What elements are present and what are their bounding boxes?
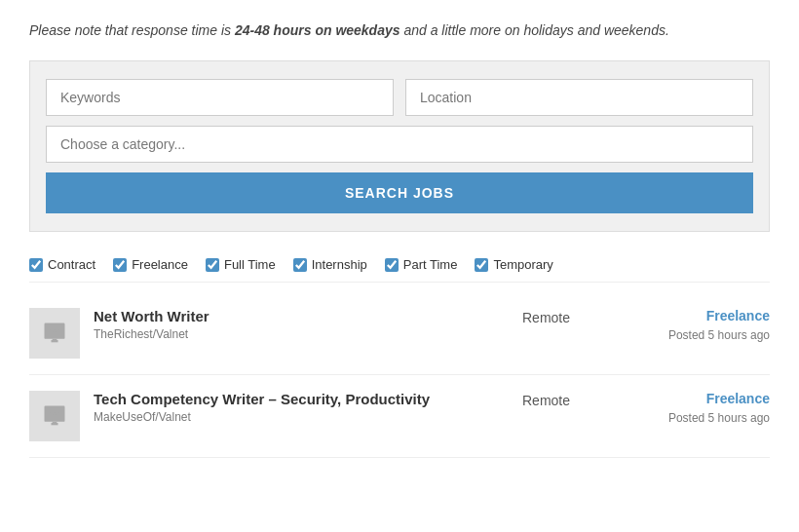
job-posted: Posted 5 hours ago (653, 327, 770, 344)
keywords-input[interactable] (46, 79, 394, 116)
filter-checkbox-full-time[interactable] (206, 258, 219, 272)
filter-item-part-time[interactable]: Part Time (385, 257, 458, 272)
filter-label: Part Time (403, 257, 458, 272)
svg-rect-3 (58, 330, 60, 332)
filter-checkbox-contract[interactable] (29, 258, 43, 272)
filter-checkbox-freelance[interactable] (113, 258, 127, 272)
job-list: Net Worth WriterTheRichest/ValnetRemoteF… (29, 292, 770, 458)
job-posted: Posted 5 hours ago (653, 410, 770, 427)
job-item: Tech Competency Writer – Security, Produ… (29, 375, 770, 458)
location-input[interactable] (405, 79, 753, 116)
svg-rect-10 (52, 423, 58, 425)
job-location: Remote (522, 391, 639, 408)
filter-item-freelance[interactable]: Freelance (113, 257, 188, 272)
svg-rect-9 (58, 413, 60, 415)
job-type: Freelance (653, 308, 770, 323)
notice-text: Please note that response time is 24-48 … (29, 19, 770, 41)
svg-rect-2 (54, 330, 56, 332)
job-logo (29, 391, 80, 441)
filter-label: Full Time (224, 257, 276, 272)
job-info: Net Worth WriterTheRichest/Valnet (94, 308, 509, 341)
job-company: TheRichest/Valnet (94, 327, 509, 341)
filter-label: Temporary (493, 257, 552, 272)
job-meta: FreelancePosted 5 hours ago (653, 391, 770, 427)
svg-rect-7 (49, 413, 51, 415)
search-box: Choose a category... SEARCH JOBS (29, 60, 770, 232)
filter-bar: ContractFreelanceFull TimeInternshipPart… (29, 247, 770, 283)
filter-item-temporary[interactable]: Temporary (475, 257, 552, 272)
filter-checkbox-internship[interactable] (293, 258, 307, 272)
filter-label: Contract (48, 257, 95, 272)
search-top-row (46, 79, 753, 116)
filter-checkbox-temporary[interactable] (475, 258, 488, 272)
job-info: Tech Competency Writer – Security, Produ… (94, 391, 509, 424)
svg-rect-11 (53, 422, 57, 423)
svg-rect-4 (52, 340, 58, 342)
search-button[interactable]: SEARCH JOBS (46, 172, 753, 213)
job-meta: FreelancePosted 5 hours ago (653, 308, 770, 344)
svg-rect-1 (49, 330, 51, 332)
job-logo (29, 308, 80, 359)
filter-item-full-time[interactable]: Full Time (206, 257, 276, 272)
job-location: Remote (522, 308, 639, 325)
filter-item-contract[interactable]: Contract (29, 257, 95, 272)
job-title[interactable]: Net Worth Writer (94, 308, 509, 324)
filter-label: Internship (312, 257, 367, 272)
filter-checkbox-part-time[interactable] (385, 258, 399, 272)
job-title[interactable]: Tech Competency Writer – Security, Produ… (94, 391, 509, 407)
job-item: Net Worth WriterTheRichest/ValnetRemoteF… (29, 292, 770, 375)
category-select[interactable]: Choose a category... (46, 126, 753, 163)
job-company: MakeUseOf/Valnet (94, 410, 509, 424)
filter-item-internship[interactable]: Internship (293, 257, 367, 272)
notice-bold: 24-48 hours on weekdays (235, 22, 400, 38)
filter-label: Freelance (132, 257, 188, 272)
job-type: Freelance (653, 391, 770, 406)
svg-rect-8 (54, 413, 56, 415)
svg-rect-5 (53, 339, 57, 340)
